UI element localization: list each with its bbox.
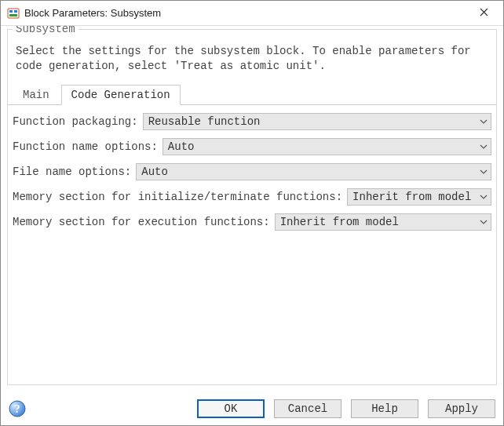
tab-bar: Main Code Generation (8, 85, 496, 105)
chevron-down-icon (480, 168, 488, 176)
label-file-name-options: File name options: (13, 166, 131, 178)
titlebar: Block Parameters: Subsystem (1, 1, 503, 26)
dialog-body: Subsystem Select the settings for the su… (1, 26, 503, 391)
label-mem-init-term: Memory section for initialize/terminate … (13, 191, 342, 203)
row-mem-exec: Memory section for execution functions: … (13, 213, 491, 231)
close-icon (480, 7, 488, 19)
chevron-down-icon (480, 218, 488, 226)
chevron-down-icon (480, 193, 488, 201)
svg-rect-3 (9, 14, 17, 16)
help-button[interactable]: Help (351, 399, 418, 418)
tab-pane-code-generation: Function packaging: Reusable function Fu… (8, 105, 496, 246)
subsystem-group: Subsystem Select the settings for the su… (7, 29, 497, 385)
dropdown-value: Auto (168, 140, 195, 153)
cancel-button[interactable]: Cancel (274, 399, 341, 418)
group-description: Select the settings for the subsystem bl… (8, 38, 496, 85)
chevron-down-icon (480, 118, 488, 126)
dropdown-function-packaging[interactable]: Reusable function (143, 113, 491, 130)
svg-rect-0 (8, 9, 19, 18)
row-function-packaging: Function packaging: Reusable function (13, 113, 491, 130)
row-file-name-options: File name options: Auto (13, 163, 491, 180)
label-function-packaging: Function packaging: (13, 115, 138, 128)
dropdown-function-name-options[interactable]: Auto (163, 138, 491, 155)
row-function-name-options: Function name options: Auto (13, 138, 491, 155)
dialog-window: Block Parameters: Subsystem Subsystem Se… (0, 0, 504, 426)
dialog-footer: ? OK Cancel Help Apply (1, 391, 503, 425)
svg-rect-1 (9, 10, 13, 13)
dropdown-value: Inherit from model (280, 216, 399, 228)
help-icon[interactable]: ? (9, 400, 26, 417)
svg-rect-2 (14, 10, 17, 13)
label-mem-exec: Memory section for execution functions: (13, 216, 270, 228)
app-icon (7, 7, 20, 20)
dropdown-mem-init-term[interactable]: Inherit from model (347, 188, 491, 206)
dropdown-file-name-options[interactable]: Auto (136, 163, 491, 180)
dropdown-value: Inherit from model (352, 191, 471, 203)
apply-button[interactable]: Apply (428, 399, 495, 418)
label-function-name-options: Function name options: (13, 140, 158, 153)
dropdown-value: Auto (141, 166, 168, 178)
dialog-title: Block Parameters: Subsystem (24, 7, 466, 19)
ok-button[interactable]: OK (197, 399, 265, 418)
group-label: Subsystem (13, 26, 79, 35)
close-button[interactable] (466, 2, 502, 25)
row-mem-init-term: Memory section for initialize/terminate … (13, 188, 491, 206)
chevron-down-icon (480, 143, 488, 151)
dropdown-value: Reusable function (148, 115, 261, 128)
tab-main[interactable]: Main (13, 85, 60, 104)
svg-text:?: ? (15, 403, 20, 415)
tab-code-generation[interactable]: Code Generation (61, 85, 181, 105)
dropdown-mem-exec[interactable]: Inherit from model (275, 213, 491, 231)
